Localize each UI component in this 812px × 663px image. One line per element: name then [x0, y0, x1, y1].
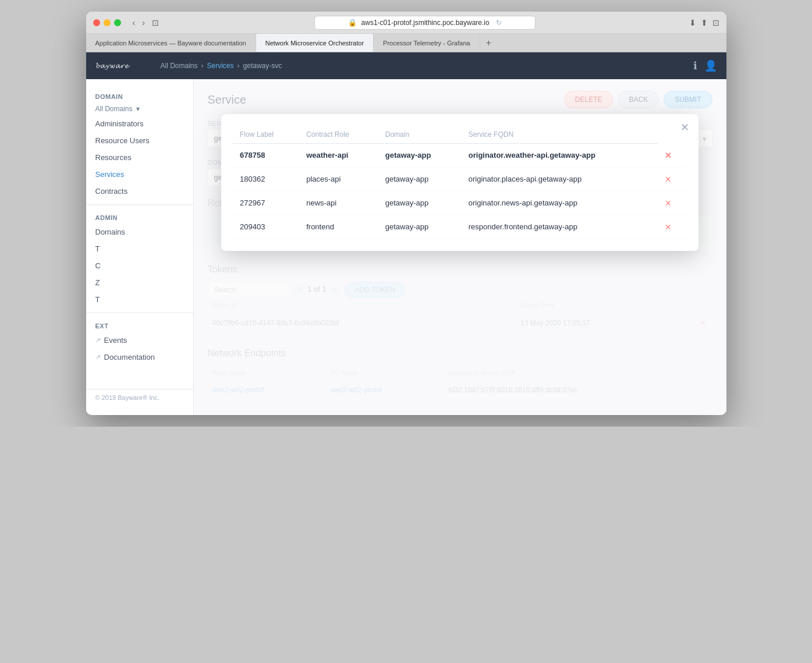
modal-role-0: weather-api	[299, 144, 378, 168]
browser-tabs: Application Microservices — Bayware docu…	[86, 34, 726, 52]
sidebar-label-administrators: Administrators	[95, 119, 144, 128]
modal-fqdn-2: originator.news-api.getaway-app	[462, 191, 658, 215]
sidebar-item-resource-users[interactable]: Resource Users	[86, 132, 193, 149]
modal-flow-2: 272967	[233, 191, 299, 215]
title-bar-right: ⬇ ⬆ ⊡	[689, 18, 719, 27]
modal-row-2: 272967 news-api getaway-app originator.n…	[233, 191, 687, 215]
modal-role-3: frontend	[299, 215, 378, 239]
maximize-button[interactable]	[114, 19, 121, 26]
modal-col-domain: Domain	[378, 126, 462, 144]
sidebar-item-resources[interactable]: Resources	[86, 149, 193, 166]
modal-overlay: ✕ Flow Label Contract Role Domain Servic…	[194, 79, 726, 415]
main-layout: Domain All Domains ▾ Administrators Reso…	[86, 79, 726, 415]
modal-domain-2: getaway-app	[378, 191, 462, 215]
sidebar-item-admin-t2[interactable]: T	[86, 291, 193, 308]
modal-fqdn-0: originator.weather-api.getaway-app	[462, 144, 658, 168]
sidebar-label-resource-users: Resource Users	[95, 136, 150, 145]
modal-delete-2[interactable]: ✕	[665, 198, 672, 208]
sidebar-item-events[interactable]: ↗ Events	[86, 332, 193, 349]
modal-domain-0: getaway-app	[378, 144, 462, 168]
modal-flow-0: 678758	[233, 144, 299, 168]
sidebar-item-contracts[interactable]: Contracts	[86, 183, 193, 200]
admin-section-label: Admin	[86, 210, 193, 224]
modal-col-fqdn: Service FQDN	[462, 126, 658, 144]
domain-dropdown[interactable]: All Domains ▾	[86, 102, 193, 115]
sidebar-label-domains: Domains	[95, 228, 125, 236]
sidebar-item-admin-c[interactable]: C	[86, 257, 193, 274]
sidebar-item-admin-t[interactable]: T	[86, 240, 193, 257]
modal-row-1: 180362 places-api getaway-app originator…	[233, 167, 687, 191]
tab-view-button[interactable]: ⊡	[150, 17, 161, 29]
tab-0[interactable]: Application Microservices — Bayware docu…	[86, 34, 256, 52]
back-nav-button[interactable]: ‹	[130, 17, 138, 29]
sidebar-item-administrators[interactable]: Administrators	[86, 115, 193, 132]
new-window-icon[interactable]: ⊡	[712, 18, 719, 27]
address-bar-container: 🔒 aws1-c01-protof.jsmithinc.poc.bayware.…	[166, 16, 685, 30]
sidebar-item-admin-z[interactable]: Z	[86, 274, 193, 291]
modal-role-1: places-api	[299, 167, 378, 191]
sidebar-label-contracts: Contracts	[95, 187, 128, 196]
modal-col-contract-role: Contract Role	[299, 126, 378, 144]
sidebar-footer: © 2019 Bayware® Inc.	[86, 389, 193, 406]
title-bar: ‹ › ⊡ 🔒 aws1-c01-protof.jsmithinc.poc.ba…	[86, 12, 726, 34]
top-nav-right: ℹ 👤	[693, 59, 717, 72]
modal-row-3: 209403 frontend getaway-app responder.fr…	[233, 215, 687, 239]
forward-nav-button[interactable]: ›	[140, 17, 147, 29]
sidebar-item-services[interactable]: Services	[86, 166, 193, 183]
sidebar: Domain All Domains ▾ Administrators Reso…	[86, 79, 194, 415]
lock-icon: 🔒	[348, 19, 357, 27]
modal-delete-0[interactable]: ✕	[665, 151, 672, 160]
chevron-down-icon: ▾	[136, 105, 140, 113]
minimize-button[interactable]	[104, 19, 111, 26]
sidebar-label-admin-t: T	[95, 244, 100, 253]
modal-row-0: 678758 weather-api getaway-app originato…	[233, 144, 687, 168]
info-button[interactable]: ℹ	[693, 59, 697, 72]
domain-section-label: Domain	[86, 88, 193, 102]
modal-fqdn-3: responder.frontend.getaway-app	[462, 215, 658, 239]
sidebar-item-documentation[interactable]: ↗ Documentation	[86, 349, 193, 366]
modal-delete-3[interactable]: ✕	[665, 222, 672, 232]
user-button[interactable]: 👤	[704, 59, 717, 72]
logo-svg: 𝓫𝓪𝔂𝔀𝓪𝓻𝓮	[95, 58, 142, 72]
sidebar-label-documentation: Documentation	[104, 353, 155, 361]
modal-delete-1[interactable]: ✕	[665, 175, 672, 184]
modal-col-flow-label: Flow Label	[233, 126, 299, 144]
modal-fqdn-1: originator.places-api.getaway-app	[462, 167, 658, 191]
traffic-lights	[93, 19, 121, 26]
external-link-icon-docs: ↗	[95, 353, 101, 361]
sidebar-label-resources: Resources	[95, 153, 132, 162]
address-bar[interactable]: 🔒 aws1-c01-protof.jsmithinc.poc.bayware.…	[314, 16, 536, 30]
modal-flow-3: 209403	[233, 215, 299, 239]
modal-role-2: news-api	[299, 191, 378, 215]
app-logo: 𝓫𝓪𝔂𝔀𝓪𝓻𝓮	[95, 58, 142, 75]
browser-nav: ‹ › ⊡	[130, 17, 161, 29]
sidebar-label-services: Services	[95, 170, 125, 179]
breadcrumb-current: getaway-svc	[243, 62, 282, 70]
share-icon[interactable]: ⬆	[701, 18, 708, 27]
breadcrumb: All Domains › Services › getaway-svc	[161, 62, 282, 70]
url-text: aws1-c01-protof.jsmithinc.poc.bayware.io	[361, 19, 490, 27]
modal-flow-1: 180362	[233, 167, 299, 191]
ext-section-label: Ext	[86, 318, 193, 332]
app-container: 𝓫𝓪𝔂𝔀𝓪𝓻𝓮 All Domains › Services › getaway…	[86, 52, 726, 415]
sidebar-divider-2	[86, 313, 193, 313]
main-content: Service DELETE BACK SUBMIT Service Name …	[194, 79, 726, 415]
top-nav: 𝓫𝓪𝔂𝔀𝓪𝓻𝓮 All Domains › Services › getaway…	[86, 52, 726, 79]
breadcrumb-all-domains[interactable]: All Domains	[161, 62, 198, 70]
new-tab-button[interactable]: +	[480, 34, 497, 52]
modal-close-button[interactable]: ✕	[680, 121, 689, 134]
reload-icon[interactable]: ↻	[496, 19, 502, 27]
download-icon[interactable]: ⬇	[689, 18, 696, 27]
sidebar-label-admin-c: C	[95, 261, 101, 270]
external-link-icon-events: ↗	[95, 336, 101, 344]
breadcrumb-services[interactable]: Services	[207, 62, 234, 70]
close-button[interactable]	[93, 19, 100, 26]
tab-1[interactable]: Network Microservice Orchestrator	[256, 34, 374, 52]
tab-2[interactable]: Processor Telemetry - Grafana	[374, 34, 480, 52]
modal-domain-3: getaway-app	[378, 215, 462, 239]
sidebar-item-domains[interactable]: Domains	[86, 224, 193, 240]
roles-modal: ✕ Flow Label Contract Role Domain Servic…	[221, 114, 698, 251]
sidebar-label-admin-t2: T	[95, 295, 100, 304]
modal-domain-1: getaway-app	[378, 167, 462, 191]
svg-text:𝓫𝓪𝔂𝔀𝓪𝓻𝓮: 𝓫𝓪𝔂𝔀𝓪𝓻𝓮	[95, 61, 130, 70]
